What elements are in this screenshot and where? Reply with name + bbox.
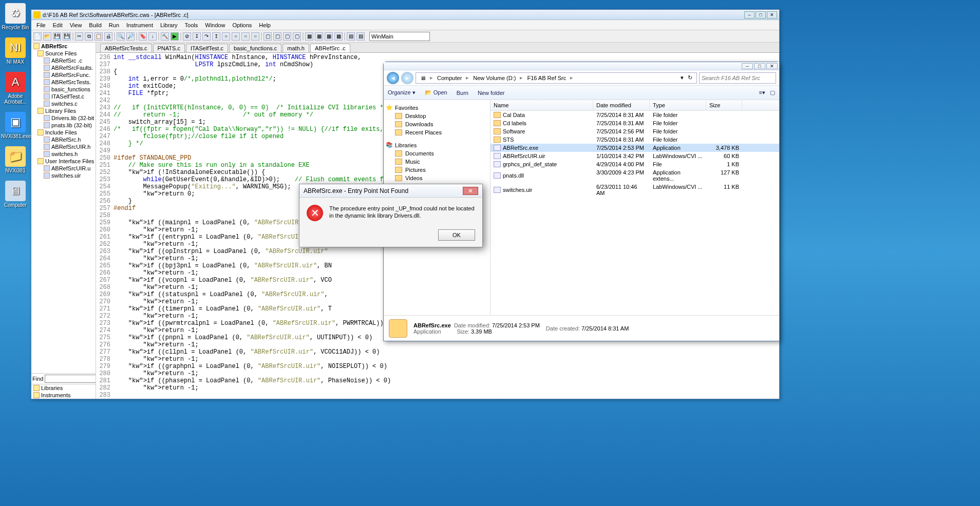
- lib-panel-item[interactable]: Libraries: [31, 384, 96, 392]
- cmd-item[interactable]: Burn: [457, 90, 468, 96]
- editor-tab[interactable]: basic_functions.c: [229, 44, 281, 52]
- file-row[interactable]: Cal Data7/25/2014 8:31 AMFile folder: [491, 111, 779, 119]
- toolbar-save-icon[interactable]: 💾: [53, 32, 61, 41]
- nav-item[interactable]: Downloads: [386, 120, 488, 128]
- toolbar-cut-icon[interactable]: ✂: [75, 32, 83, 41]
- dialog-titlebar[interactable]: ABRefSrc.exe - Entry Point Not Found ✕: [299, 184, 482, 198]
- editor-tab[interactable]: ITASelfTest.c: [186, 44, 228, 52]
- nav-item[interactable]: Documents: [386, 149, 488, 158]
- toolbar-db3-icon[interactable]: ○: [241, 32, 250, 41]
- menu-help[interactable]: Help: [256, 21, 274, 29]
- nav-item[interactable]: Desktop: [386, 112, 488, 120]
- toolbar-print-icon[interactable]: 🖨: [104, 32, 112, 41]
- menu-library[interactable]: Library: [157, 21, 181, 29]
- ide-titlebar[interactable]: d:\F16 AB Ref Src\Software\ABRefSrc.cws …: [31, 10, 779, 20]
- toolbar-stepover-icon[interactable]: ↷: [202, 32, 211, 41]
- tree-node[interactable]: pnats.lib (32-bit): [31, 122, 96, 129]
- tree-node[interactable]: ABRefSrcFunc.: [31, 71, 96, 79]
- tree-node[interactable]: Include Files: [31, 129, 96, 136]
- toolbar-stepinto-icon[interactable]: ↧: [193, 32, 201, 41]
- nav-item[interactable]: Videos: [386, 174, 488, 182]
- file-row[interactable]: pnats.dll3/30/2009 4:23 PMApplication ex…: [491, 168, 779, 183]
- tree-node[interactable]: Source Files: [31, 50, 96, 57]
- refresh-icon[interactable]: ↻: [686, 74, 694, 81]
- file-row[interactable]: Cd labels7/25/2014 8:31 AMFile folder: [491, 119, 779, 127]
- toolbar-g4-icon[interactable]: ▦: [334, 32, 343, 41]
- menu-instrument[interactable]: Instrument: [123, 21, 156, 29]
- desktop-icon-computer[interactable]: 🖥Computer: [1, 181, 30, 208]
- toolbar-break-icon[interactable]: ⊘: [183, 32, 191, 41]
- tree-node[interactable]: ITASelfTest.c: [31, 93, 96, 100]
- tree-node[interactable]: switches.c: [31, 100, 96, 107]
- editor-tab[interactable]: math.h: [282, 44, 309, 52]
- column-headers[interactable]: Name Date modified Type Size: [491, 100, 779, 111]
- menu-build[interactable]: Build: [86, 21, 104, 29]
- toolbar-bookmark-icon[interactable]: 🔖: [139, 32, 147, 41]
- desktop-icon-nimax[interactable]: NINI MAX: [1, 37, 30, 65]
- tree-node[interactable]: User Interface Files: [31, 158, 96, 165]
- file-row[interactable]: grphcs_pnl_def_state4/29/2014 4:00 PMFil…: [491, 160, 779, 168]
- desktop-icon-recycle[interactable]: ♻Recycle Bin: [1, 3, 30, 30]
- tree-node[interactable]: ABRefSrcTests.: [31, 79, 96, 86]
- toolbar-run-icon[interactable]: ▶: [171, 32, 179, 41]
- editor-tab[interactable]: ABRefSrc .c: [310, 44, 350, 52]
- tree-node[interactable]: ABRefSrcUIR.h: [31, 143, 96, 150]
- file-row[interactable]: switches.uir6/23/2011 10:46 AMLabWindows…: [491, 183, 779, 197]
- tree-node[interactable]: ABRefSrcFaults.: [31, 64, 96, 71]
- toolbar-find-icon[interactable]: 🔍: [117, 32, 125, 41]
- editor-tab[interactable]: PNATS.c: [153, 44, 185, 52]
- search-input[interactable]: [699, 72, 776, 84]
- file-row[interactable]: Software7/25/2014 2:56 PMFile folder: [491, 127, 779, 135]
- toolbar-paste-icon[interactable]: 📋: [95, 32, 103, 41]
- tree-node[interactable]: basic_functions: [31, 86, 96, 93]
- toolbar-x2-icon[interactable]: ▤: [356, 32, 365, 41]
- toolbar-w1-icon[interactable]: ▢: [263, 32, 272, 41]
- tree-node[interactable]: ABRefSrc .c: [31, 57, 96, 64]
- toolbar-x1-icon[interactable]: ▤: [347, 32, 355, 41]
- toolbar-findall-icon[interactable]: 🔎: [126, 32, 135, 41]
- find-input[interactable]: [45, 375, 96, 383]
- nav-item[interactable]: Music: [386, 158, 488, 166]
- toolbar-new-icon[interactable]: 📄: [33, 32, 42, 41]
- toolbar-g3-icon[interactable]: ▦: [325, 32, 333, 41]
- close-icon[interactable]: ✕: [463, 187, 478, 195]
- toolbar-stepout-icon[interactable]: ↥: [212, 32, 220, 41]
- toolbar-db2-icon[interactable]: ○: [232, 32, 240, 41]
- tree-node[interactable]: Library Files: [31, 107, 96, 114]
- toolbar-saveall-icon[interactable]: 💾: [63, 32, 71, 41]
- toolbar-g1-icon[interactable]: ▦: [305, 32, 313, 41]
- menu-edit[interactable]: Edit: [50, 21, 66, 29]
- menu-tools[interactable]: Tools: [182, 21, 201, 29]
- toolbar-copy-icon[interactable]: ⧉: [85, 32, 93, 41]
- function-combo[interactable]: [369, 32, 430, 41]
- lib-panel-item[interactable]: Instruments: [31, 392, 96, 399]
- toolbar-next-bookmark-icon[interactable]: ↓: [148, 32, 157, 41]
- menu-window[interactable]: Window: [202, 21, 228, 29]
- nav-item[interactable]: Recent Places: [386, 128, 488, 137]
- toolbar-open-icon[interactable]: 📂: [43, 32, 51, 41]
- toolbar-w2-icon[interactable]: ▢: [273, 32, 281, 41]
- tree-node[interactable]: ABRefSrcUIR.u: [31, 165, 96, 172]
- desktop-icon-nvxi-exe[interactable]: ▣NVXi381.exe: [1, 112, 30, 139]
- maximize-button[interactable]: □: [754, 63, 765, 69]
- toolbar-db4-icon[interactable]: ○: [251, 32, 259, 41]
- desktop-icon-acrobat[interactable]: AAdobe Acrobat...: [1, 72, 30, 105]
- tree-node[interactable]: switches.uir: [31, 172, 96, 179]
- close-button[interactable]: ✕: [766, 63, 778, 69]
- toolbar-build-icon[interactable]: 🔨: [161, 32, 169, 41]
- dropdown-icon[interactable]: ▾: [679, 74, 686, 81]
- tree-node[interactable]: ABRefSrc: [31, 43, 96, 50]
- menu-view[interactable]: View: [67, 21, 85, 29]
- toolbar-db1-icon[interactable]: ○: [222, 32, 230, 41]
- breadcrumb[interactable]: 🖥▸ Computer▸ New Volume (D:)▸ F16 AB Ref…: [416, 72, 697, 84]
- tree-node[interactable]: switches.h: [31, 150, 96, 158]
- view-icon[interactable]: ≡▾: [759, 89, 765, 95]
- file-row[interactable]: ABRefSrcUIR.uir1/10/2014 3:42 PMLabWindo…: [491, 152, 779, 160]
- toolbar-g2-icon[interactable]: ▦: [315, 32, 323, 41]
- preview-icon[interactable]: ▢: [770, 89, 775, 95]
- minimize-button[interactable]: –: [742, 63, 753, 69]
- file-row[interactable]: STS7/25/2014 8:31 AMFile folder: [491, 135, 779, 144]
- maximize-button[interactable]: □: [756, 11, 766, 18]
- menu-options[interactable]: Options: [229, 21, 255, 29]
- explorer-titlebar[interactable]: – □ ✕: [384, 62, 779, 70]
